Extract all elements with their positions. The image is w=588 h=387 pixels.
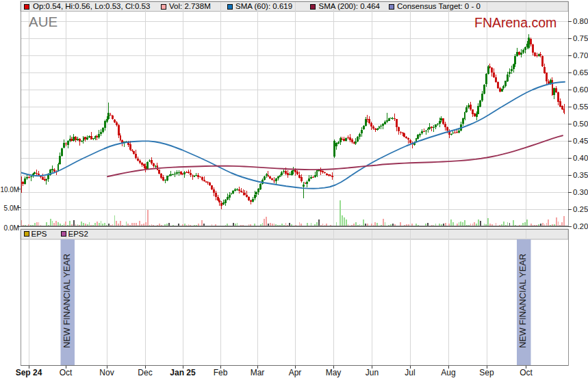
svg-text:0.20: 0.20 [573,222,588,230]
svg-text:Oct: Oct [520,368,533,377]
svg-text:0.60: 0.60 [573,85,588,94]
svg-text:Consensus Target: 0 - 0: Consensus Target: 0 - 0 [397,2,481,10]
svg-text:0.35: 0.35 [573,171,588,179]
svg-text:Jul: Jul [405,368,415,377]
svg-text:Mar: Mar [251,368,265,377]
svg-text:Op:0.54, Hi:0.56, Lo:0.53, Cl:: Op:0.54, Hi:0.56, Lo:0.53, Cl:0.53 [33,2,150,10]
svg-text:0.55: 0.55 [573,103,588,111]
svg-text:AUE: AUE [29,14,57,29]
svg-text:0.65: 0.65 [573,68,588,77]
svg-text:Jan 25: Jan 25 [170,368,196,377]
svg-text:Apr: Apr [289,368,302,377]
svg-text:Jun: Jun [366,368,379,377]
svg-text:NEW FINANCIAL YEAR: NEW FINANCIAL YEAR [517,254,528,348]
svg-text:NEW FINANCIAL YEAR: NEW FINANCIAL YEAR [62,254,72,348]
svg-text:0.80: 0.80 [573,17,588,25]
svg-text:Vol: 2.738M: Vol: 2.738M [169,2,211,10]
svg-text:0.40: 0.40 [573,154,588,162]
svg-text:0.0M: 0.0M [4,224,20,232]
svg-text:Oct: Oct [60,368,73,377]
svg-text:FNArena.com: FNArena.com [474,15,557,30]
svg-text:Sep: Sep [479,368,494,377]
svg-text:10.0M: 10.0M [1,185,20,194]
svg-text:0.50: 0.50 [573,120,588,128]
svg-text:0.45: 0.45 [573,137,588,145]
svg-text:0.75: 0.75 [573,34,588,42]
svg-text:Aug: Aug [441,368,455,377]
svg-text:0.70: 0.70 [573,51,588,59]
svg-text:Sep 24: Sep 24 [16,368,42,377]
svg-text:EPS: EPS [31,230,47,238]
svg-text:May: May [326,368,342,377]
svg-text:SMA (200): 0.464: SMA (200): 0.464 [319,2,381,10]
svg-text:Dec: Dec [138,368,152,377]
svg-text:Nov: Nov [99,368,114,377]
svg-text:SMA (60): 0.619: SMA (60): 0.619 [235,2,292,10]
svg-text:Feb: Feb [214,368,228,377]
svg-text:5.0M: 5.0M [4,204,20,212]
svg-text:0.30: 0.30 [573,188,588,196]
svg-text:EPS2: EPS2 [68,230,88,238]
svg-text:0.25: 0.25 [573,205,588,213]
